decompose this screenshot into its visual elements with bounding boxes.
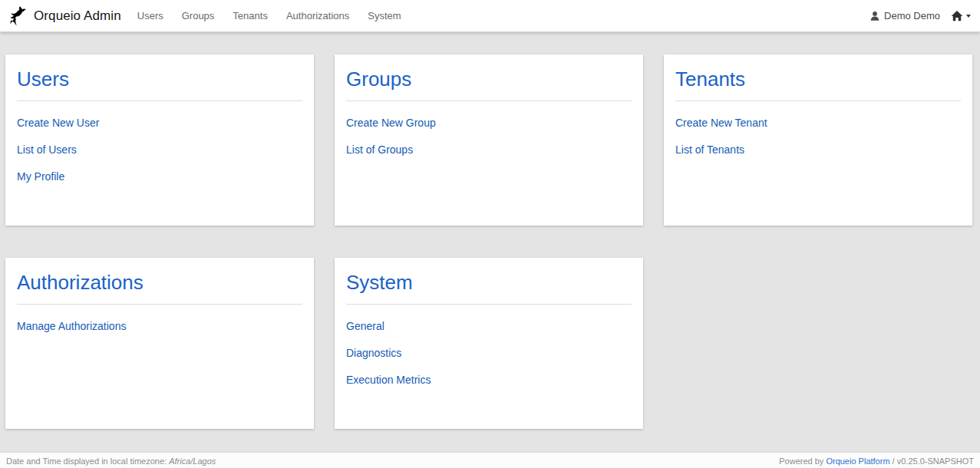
- card-links: General Diagnostics Execution Metrics: [346, 321, 632, 385]
- page-footer: Date and Time displayed in local timezon…: [0, 452, 980, 468]
- link-list-of-groups[interactable]: List of Groups: [346, 144, 632, 155]
- powered-by-label: Powered by: [779, 456, 826, 466]
- orca-logo-icon: [6, 5, 27, 28]
- link-create-new-user[interactable]: Create New User: [17, 117, 302, 128]
- link-create-new-group[interactable]: Create New Group: [346, 117, 632, 128]
- card-groups: Groups Create New Group List of Groups: [335, 54, 643, 226]
- card-title-users: Users: [17, 67, 302, 101]
- link-list-of-tenants[interactable]: List of Tenants: [675, 144, 961, 155]
- top-navbar: Orqueio Admin Users Groups Tenants Autho…: [0, 0, 980, 32]
- link-manage-authorizations[interactable]: Manage Authorizations: [17, 321, 302, 331]
- dashboard-grid: Users Create New User List of Users My P…: [0, 32, 980, 429]
- card-users: Users Create New User List of Users My P…: [5, 54, 314, 226]
- nav-item-users[interactable]: Users: [137, 10, 163, 21]
- timezone-value: Africa/Lagos: [169, 456, 216, 466]
- card-links: Create New Tenant List of Tenants: [675, 117, 961, 155]
- chevron-down-icon: [966, 15, 971, 18]
- timezone-info: Date and Time displayed in local timezon…: [6, 456, 216, 466]
- nav-item-system[interactable]: System: [368, 10, 401, 21]
- link-create-new-tenant[interactable]: Create New Tenant: [675, 117, 961, 128]
- link-my-profile[interactable]: My Profile: [17, 171, 302, 182]
- nav-item-groups[interactable]: Groups: [182, 10, 215, 21]
- card-title-system: System: [346, 270, 632, 305]
- card-title-groups: Groups: [346, 67, 632, 101]
- card-links: Manage Authorizations: [17, 321, 302, 331]
- card-title-authorizations: Authorizations: [17, 270, 302, 305]
- card-links: Create New User List of Users My Profile: [17, 117, 302, 182]
- version-info: Powered by Orqueio Platform / v0.25.0-SN…: [779, 456, 974, 466]
- card-authorizations: Authorizations Manage Authorizations: [5, 258, 314, 429]
- card-tenants: Tenants Create New Tenant List of Tenant…: [664, 54, 972, 226]
- home-menu[interactable]: [951, 10, 971, 21]
- timezone-label: Date and Time displayed in local timezon…: [6, 456, 169, 466]
- user-menu[interactable]: Demo Demo: [869, 10, 940, 21]
- card-title-tenants: Tenants: [675, 67, 961, 101]
- brand-title: Orqueio Admin: [34, 8, 121, 24]
- card-links: Create New Group List of Groups: [346, 117, 632, 155]
- brand-link[interactable]: Orqueio Admin: [6, 5, 121, 28]
- link-diagnostics[interactable]: Diagnostics: [346, 348, 632, 358]
- person-icon: [869, 11, 880, 21]
- main-nav: Users Groups Tenants Authorizations Syst…: [137, 10, 401, 21]
- link-list-of-users[interactable]: List of Users: [17, 144, 302, 155]
- version-label: / v0.25.0-SNAPSHOT: [890, 456, 974, 466]
- navbar-right: Demo Demo: [869, 10, 971, 21]
- user-name: Demo Demo: [884, 10, 940, 21]
- link-general[interactable]: General: [346, 321, 632, 331]
- platform-link[interactable]: Orqueio Platform: [826, 456, 889, 466]
- nav-item-authorizations[interactable]: Authorizations: [286, 10, 349, 21]
- card-system: System General Diagnostics Execution Met…: [335, 258, 643, 429]
- nav-item-tenants[interactable]: Tenants: [233, 10, 268, 21]
- home-icon: [951, 10, 963, 21]
- link-execution-metrics[interactable]: Execution Metrics: [346, 374, 632, 385]
